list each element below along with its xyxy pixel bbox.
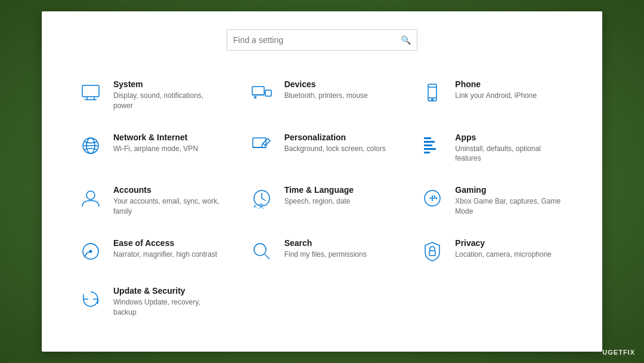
svg-line-17	[261, 143, 263, 147]
svg-rect-19	[424, 141, 435, 143]
search-icon: 🔍	[401, 35, 411, 45]
accounts-icon	[78, 185, 104, 211]
setting-title-time: Time & Language	[284, 185, 354, 195]
setting-item-personalization[interactable]: Personalization Background, lock screen,…	[237, 122, 408, 175]
setting-item-gaming[interactable]: Gaming Xbox Game Bar, captures, Game Mod…	[407, 174, 578, 227]
setting-desc-apps: Uninstall, defaults, optional features	[455, 144, 566, 164]
svg-point-7	[254, 97, 256, 99]
setting-desc-devices: Bluetooth, printers, mouse	[284, 91, 368, 101]
setting-item-time[interactable]: A文 Time & Language Speech, region, date	[237, 174, 408, 227]
svg-rect-8	[428, 84, 436, 101]
setting-text-apps: Apps Uninstall, defaults, optional featu…	[455, 133, 566, 164]
setting-item-privacy[interactable]: Privacy Location, camera, microphone	[407, 227, 578, 275]
network-icon	[78, 133, 104, 159]
privacy-icon	[419, 238, 445, 264]
setting-title-gaming: Gaming	[455, 185, 566, 195]
setting-desc-personalization: Background, lock screen, colors	[284, 144, 386, 154]
search-icon	[249, 238, 275, 264]
setting-desc-privacy: Location, camera, microphone	[455, 250, 551, 260]
setting-desc-phone: Link your Android, iPhone	[455, 91, 537, 101]
system-icon	[78, 79, 104, 106]
svg-text:A: A	[253, 204, 257, 209]
setting-desc-accounts: Your accounts, email, sync, work, family	[113, 196, 225, 217]
svg-rect-22	[424, 152, 430, 153]
setting-text-personalization: Personalization Background, lock screen,…	[284, 133, 386, 154]
search-input[interactable]	[233, 35, 401, 45]
setting-title-privacy: Privacy	[455, 238, 551, 248]
settings-window: 🔍 System Display, sound, notifications, …	[42, 11, 602, 352]
setting-text-privacy: Privacy Location, camera, microphone	[455, 238, 551, 260]
setting-item-ease[interactable]: Ease of Access Narrator, magnifier, high…	[66, 227, 237, 275]
setting-item-apps[interactable]: Apps Uninstall, defaults, optional featu…	[407, 122, 578, 175]
search-bar-container: 🔍	[66, 29, 578, 51]
setting-item-devices[interactable]: Devices Bluetooth, printers, mouse	[237, 69, 408, 122]
setting-item-search[interactable]: Search Find my files, permissions	[237, 227, 408, 275]
setting-title-accounts: Accounts	[113, 185, 225, 195]
setting-item-network[interactable]: Network & Internet Wi-Fi, airplane mode,…	[66, 122, 237, 175]
setting-text-devices: Devices Bluetooth, printers, mouse	[284, 79, 368, 101]
svg-rect-4	[252, 87, 264, 95]
svg-point-30	[434, 196, 436, 198]
setting-text-gaming: Gaming Xbox Game Bar, captures, Game Mod…	[455, 185, 566, 217]
setting-item-update[interactable]: Update & Security Windows Update, recove…	[66, 275, 237, 328]
gaming-icon	[419, 185, 445, 211]
setting-text-accounts: Accounts Your accounts, email, sync, wor…	[113, 185, 225, 217]
setting-text-network: Network & Internet Wi-Fi, airplane mode,…	[113, 133, 198, 154]
ease-icon	[78, 238, 104, 264]
setting-item-phone[interactable]: Phone Link your Android, iPhone	[407, 69, 578, 122]
svg-point-31	[436, 198, 438, 199]
setting-text-ease: Ease of Access Narrator, magnifier, high…	[113, 238, 217, 260]
svg-rect-36	[429, 251, 435, 256]
setting-item-system[interactable]: System Display, sound, notifications, po…	[66, 69, 237, 122]
phone-icon	[419, 79, 445, 106]
svg-line-35	[265, 254, 270, 259]
svg-rect-21	[424, 148, 436, 150]
setting-title-phone: Phone	[455, 79, 537, 89]
update-icon	[78, 286, 104, 312]
setting-title-ease: Ease of Access	[113, 238, 217, 248]
setting-desc-time: Speech, region, date	[284, 196, 354, 207]
setting-desc-gaming: Xbox Game Bar, captures, Game Mode	[455, 196, 566, 217]
setting-title-system: System	[113, 79, 225, 89]
setting-title-search: Search	[284, 238, 367, 248]
setting-item-accounts[interactable]: Accounts Your accounts, email, sync, wor…	[66, 174, 237, 227]
setting-desc-update: Windows Update, recovery, backup	[113, 297, 225, 318]
setting-text-time: Time & Language Speech, region, date	[284, 185, 354, 207]
setting-title-apps: Apps	[455, 133, 566, 142]
svg-point-34	[254, 244, 266, 256]
time-icon: A文	[249, 185, 275, 211]
setting-desc-search: Find my files, permissions	[284, 250, 367, 260]
setting-desc-ease: Narrator, magnifier, high contrast	[113, 250, 217, 260]
svg-rect-0	[82, 85, 99, 97]
apps-icon	[419, 133, 445, 159]
setting-title-update: Update & Security	[113, 286, 225, 296]
watermark: UGETFIX	[602, 349, 635, 356]
svg-text:文: 文	[258, 202, 264, 209]
setting-desc-network: Wi-Fi, airplane mode, VPN	[113, 144, 198, 154]
devices-icon	[249, 79, 275, 106]
setting-text-system: System Display, sound, notifications, po…	[113, 79, 225, 111]
setting-title-devices: Devices	[284, 79, 368, 89]
setting-text-search: Search Find my files, permissions	[284, 238, 367, 260]
svg-rect-5	[265, 90, 271, 96]
svg-point-33	[89, 250, 92, 253]
settings-grid: System Display, sound, notifications, po…	[66, 69, 578, 328]
setting-text-phone: Phone Link your Android, iPhone	[455, 79, 537, 101]
svg-point-23	[86, 191, 95, 199]
svg-rect-18	[424, 137, 431, 139]
search-bar[interactable]: 🔍	[227, 29, 417, 51]
svg-rect-20	[424, 144, 432, 146]
setting-title-personalization: Personalization	[284, 133, 386, 142]
setting-desc-system: Display, sound, notifications, power	[113, 91, 225, 111]
setting-title-network: Network & Internet	[113, 133, 198, 142]
svg-point-11	[432, 99, 433, 100]
personalization-icon	[249, 133, 275, 159]
setting-text-update: Update & Security Windows Update, recove…	[113, 286, 225, 318]
